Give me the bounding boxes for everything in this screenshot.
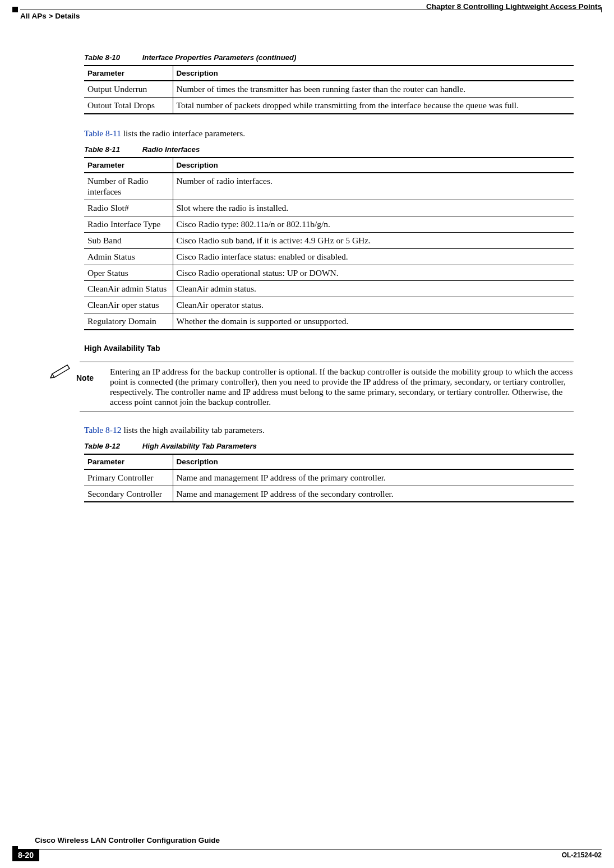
table-812: Parameter Description Primary Controller… bbox=[84, 454, 574, 503]
cell-parameter: Outout Total Drops bbox=[84, 97, 173, 113]
table-row: Radio Slot#Slot where the radio is insta… bbox=[84, 200, 574, 216]
table-row: Admin StatusCisco Radio interface status… bbox=[84, 248, 574, 265]
cell-parameter: Admin Status bbox=[84, 248, 173, 265]
running-header: Chapter 8 Controlling Lightweight Access… bbox=[0, 0, 614, 20]
table-row: Oper StatusCisco Radio operational statu… bbox=[84, 265, 574, 281]
cell-parameter: Radio Interface Type bbox=[84, 216, 173, 233]
table-row: Number of Radio interfacesNumber of radi… bbox=[84, 173, 574, 200]
col-parameter: Parameter bbox=[84, 66, 173, 81]
cell-description: CleanAir operator status. bbox=[173, 297, 574, 313]
table-812-caption: Table 8-12 High Availability Tab Paramet… bbox=[84, 442, 574, 450]
page-content: Table 8-10 Interface Properties Paramete… bbox=[84, 53, 574, 516]
col-parameter: Parameter bbox=[84, 454, 173, 469]
para-table-812-intro: Table 8-12 lists the high availability t… bbox=[84, 424, 574, 436]
table-810-title: Interface Properties Parameters (continu… bbox=[142, 53, 297, 62]
heading-high-availability: High Availability Tab bbox=[84, 344, 574, 353]
table-811: Parameter Description Number of Radio in… bbox=[84, 157, 574, 330]
table-811-title: Radio Interfaces bbox=[142, 145, 200, 154]
cell-description: Cisco Radio operational status: UP or DO… bbox=[173, 265, 574, 281]
cell-parameter: Number of Radio interfaces bbox=[84, 173, 173, 200]
table-row: Primary ControllerName and management IP… bbox=[84, 469, 574, 486]
table-row: Output UnderrunNumber of times the trans… bbox=[84, 81, 574, 97]
table-row: CleanAir admin StatusCleanAir admin stat… bbox=[84, 281, 574, 297]
col-description: Description bbox=[173, 158, 574, 173]
cell-description: CleanAir admin status. bbox=[173, 281, 574, 297]
para-text: lists the radio interface parameters. bbox=[121, 128, 245, 138]
note-icon bbox=[49, 362, 80, 378]
doc-id: OL-21524-02 bbox=[562, 851, 602, 859]
cell-parameter: Oper Status bbox=[84, 265, 173, 281]
table-810: Parameter Description Output UnderrunNum… bbox=[84, 65, 574, 114]
page-number: 8-20 bbox=[12, 849, 39, 861]
table-row: Parameter Description bbox=[84, 158, 574, 173]
book-title: Cisco Wireless LAN Controller Configurat… bbox=[35, 836, 220, 844]
cell-parameter: CleanAir admin Status bbox=[84, 281, 173, 297]
note-body: Entering an IP address for the backup co… bbox=[110, 367, 574, 407]
cell-description: Number of times the transmitter has been… bbox=[173, 81, 574, 97]
cell-description: Slot where the radio is installed. bbox=[173, 200, 574, 216]
para-text: lists the high availability tab paramete… bbox=[122, 425, 265, 435]
table-row: CleanAir oper statusCleanAir operator st… bbox=[84, 297, 574, 313]
xref-table-811[interactable]: Table 8-11 bbox=[84, 128, 121, 138]
table-812-number: Table 8-12 bbox=[84, 442, 120, 450]
note-label: Note bbox=[76, 367, 102, 407]
col-description: Description bbox=[173, 454, 574, 469]
table-row: Sub BandCisco Radio sub band, if it is a… bbox=[84, 232, 574, 248]
cell-parameter: Output Underrun bbox=[84, 81, 173, 97]
cell-description: Cisco Radio interface status: enabled or… bbox=[173, 248, 574, 265]
table-row: Regulatory DomainWhether the domain is s… bbox=[84, 313, 574, 330]
cell-parameter: CleanAir oper status bbox=[84, 297, 173, 313]
header-rule bbox=[12, 6, 602, 13]
xref-table-812[interactable]: Table 8-12 bbox=[84, 425, 122, 435]
cell-parameter: Secondary Controller bbox=[84, 486, 173, 502]
para-table-811-intro: Table 8-11 lists the radio interface par… bbox=[84, 128, 574, 140]
cell-description: Number of radio interfaces. bbox=[173, 173, 574, 200]
table-row: Outout Total DropsTotal number of packet… bbox=[84, 97, 574, 113]
table-811-caption: Table 8-11 Radio Interfaces bbox=[84, 145, 574, 154]
table-810-number: Table 8-10 bbox=[84, 53, 120, 62]
note-block: Note Entering an IP address for the back… bbox=[49, 362, 574, 412]
cell-parameter: Regulatory Domain bbox=[84, 313, 173, 330]
table-810-caption: Table 8-10 Interface Properties Paramete… bbox=[84, 53, 574, 62]
cell-parameter: Sub Band bbox=[84, 232, 173, 248]
table-row: Radio Interface TypeCisco Radio type: 80… bbox=[84, 216, 574, 233]
cell-parameter: Primary Controller bbox=[84, 469, 173, 486]
cell-parameter: Radio Slot# bbox=[84, 200, 173, 216]
cell-description: Cisco Radio type: 802.11a/n or 802.11b/g… bbox=[173, 216, 574, 233]
table-812-title: High Availability Tab Parameters bbox=[142, 442, 257, 450]
col-parameter: Parameter bbox=[84, 158, 173, 173]
cell-description: Cisco Radio sub band, if it is active: 4… bbox=[173, 232, 574, 248]
running-footer: Cisco Wireless LAN Controller Configurat… bbox=[12, 842, 602, 856]
cell-description: Name and management IP address of the se… bbox=[173, 486, 574, 502]
table-row: Parameter Description bbox=[84, 454, 574, 469]
col-description: Description bbox=[173, 66, 574, 81]
table-811-number: Table 8-11 bbox=[84, 145, 120, 154]
table-row: Secondary ControllerName and management … bbox=[84, 486, 574, 502]
table-row: Parameter Description bbox=[84, 66, 574, 81]
cell-description: Total number of packets dropped while tr… bbox=[173, 97, 574, 113]
cell-description: Whether the domain is supported or unsup… bbox=[173, 313, 574, 330]
cell-description: Name and management IP address of the pr… bbox=[173, 469, 574, 486]
